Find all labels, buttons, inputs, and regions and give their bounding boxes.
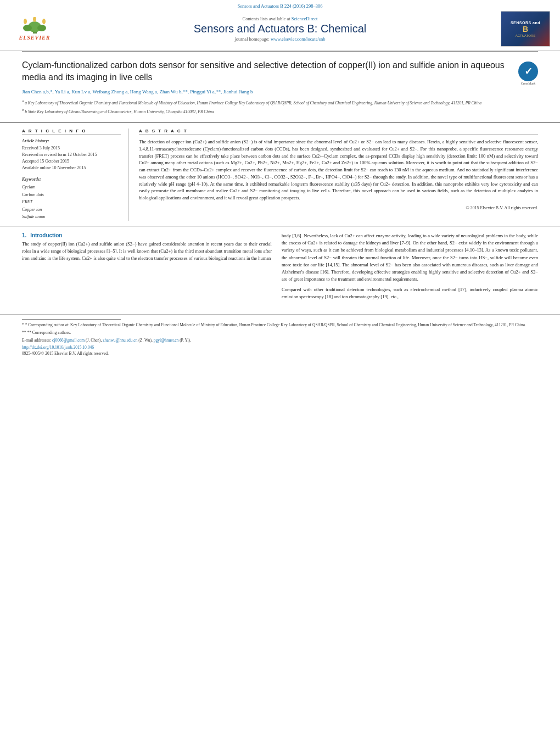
journal-title: Sensors and Actuators B: Chemical <box>59 23 501 35</box>
email2-link[interactable]: zhanwu@hnu.edu.cn <box>103 338 137 343</box>
email1-link[interactable]: cj0066@gmail.com <box>52 338 85 343</box>
footnote-star2: ** ** Corresponding authors. <box>22 330 538 336</box>
keywords-list: Cyclam Carbon dots FRET Copper ion Sulfi… <box>22 183 121 221</box>
svg-point-4 <box>24 19 27 24</box>
footnote-emails: E-mail addresses: cj0066@gmail.com (J. C… <box>22 337 538 343</box>
abstract-column: A B S T R A C T The detection of copper … <box>139 129 538 221</box>
crossmark-icon: ✓ <box>524 66 533 76</box>
intro-paragraph2-right: Compared with other traditional detectio… <box>282 286 538 300</box>
keyword-copper: Copper ion <box>22 206 121 214</box>
article-info-header: A R T I C L E I N F O <box>22 129 121 135</box>
article-title: Cyclam-functionalized carbon dots sensor… <box>22 59 538 83</box>
sensors-logo: SENSORS and B ACTUATORS <box>501 11 550 47</box>
accepted-date: Accepted 15 October 2015 <box>22 158 121 165</box>
email3-link[interactable]: pgyi@hnust.cn <box>154 338 178 343</box>
section-number: 1. Introduction <box>22 232 272 238</box>
history-title: Article history: <box>22 138 121 143</box>
doi-link[interactable]: http://dx.doi.org/10.1016/j.snb.2015.10.… <box>22 345 538 350</box>
article-authors: Jian Chen a,b,*, Ya Li a, Kun Lv a, Weib… <box>22 88 538 96</box>
journal-title-center: Contents lists available at ScienceDirec… <box>59 16 501 42</box>
sensors-logo-text1: SENSORS and <box>511 21 540 25</box>
sensors-logo-text2: ACTUATORS <box>516 34 535 37</box>
homepage-link[interactable]: www.elsevier.com/locate/snb <box>271 36 326 42</box>
article-title-section: ✓ CrossMark Cyclam-functionalized carbon… <box>0 52 560 123</box>
keyword-fret: FRET <box>22 198 121 206</box>
copyright-text: © 2015 Elsevier B.V. All rights reserved… <box>139 205 538 211</box>
svg-point-2 <box>23 25 32 31</box>
intro-paragraph1: The study of copper(II) ion (Cu2+) and s… <box>22 241 272 263</box>
homepage-line: journal homepage: www.elsevier.com/locat… <box>59 36 501 42</box>
keyword-carbondots: Carbon dots <box>22 191 121 199</box>
article-info-abstract: A R T I C L E I N F O Article history: R… <box>0 123 560 227</box>
journal-citation: Sensors and Actuators B 224 (2016) 298–3… <box>0 3 560 9</box>
footnote-star: * * Corresponding author at: Key Laborat… <box>22 322 538 328</box>
available-date: Available online 10 November 2015 <box>22 165 121 171</box>
journal-header: Sensors and Actuators B 224 (2016) 298–3… <box>0 0 560 51</box>
article-info-column: A R T I C L E I N F O Article history: R… <box>22 129 129 221</box>
affiliation-b: b b State Key Laboratory of Chemo/Biosen… <box>22 108 538 115</box>
body-left-column: 1. Introduction The study of copper(II) … <box>22 232 272 304</box>
contents-line: Contents lists available at ScienceDirec… <box>59 16 501 21</box>
crossmark: ✓ CrossMark <box>518 62 538 85</box>
sciencedirect-link[interactable]: ScienceDirect <box>292 16 318 21</box>
elsevier-tree-icon <box>20 17 50 35</box>
citation-text: Sensors and Actuators B 224 (2016) 298–3… <box>238 3 323 9</box>
elsevier-text: ELSEVIER <box>19 35 51 41</box>
issn-text: 0925-4005/© 2015 Elsevier B.V. All right… <box>22 351 538 356</box>
body-right-column: body [3,6]. Nevertheless, lack of Cu2+ c… <box>282 232 538 304</box>
affiliation-a: a a Key Laboratory of Theoretical Organi… <box>22 99 538 106</box>
svg-point-5 <box>33 17 36 22</box>
received-date: Received 3 July 2015 <box>22 145 121 152</box>
keyword-cyclam: Cyclam <box>22 183 121 191</box>
journal-banner: ELSEVIER Contents lists available at Sci… <box>0 11 560 50</box>
article-footer: * * Corresponding author at: Key Laborat… <box>0 314 560 361</box>
abstract-text: The detection of copper ion (Cu2+) and s… <box>139 138 538 211</box>
keyword-sulfide: Sulfide anion <box>22 213 121 221</box>
crossmark-label: CrossMark <box>518 82 538 85</box>
svg-point-6 <box>42 19 46 24</box>
revised-date: Received in revised form 12 October 2015 <box>22 152 121 158</box>
abstract-header: A B S T R A C T <box>139 129 538 135</box>
keywords-title: Keywords: <box>22 177 121 182</box>
svg-point-3 <box>37 25 46 31</box>
intro-paragraph1-right: body [3,6]. Nevertheless, lack of Cu2+ c… <box>282 232 538 283</box>
body-content: 1. Introduction The study of copper(II) … <box>0 227 560 310</box>
elsevier-logo: ELSEVIER <box>10 14 59 44</box>
